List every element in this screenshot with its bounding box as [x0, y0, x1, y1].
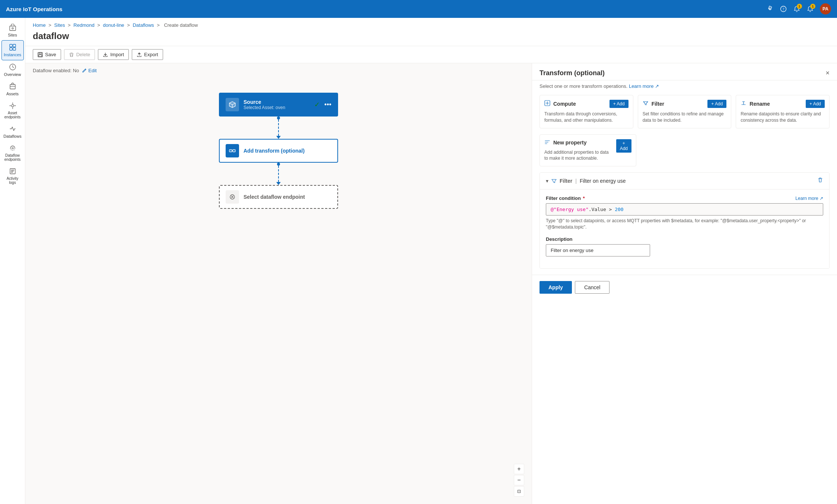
filter-delete-button[interactable]: [817, 177, 823, 185]
compute-icon: [544, 100, 550, 108]
transform-node[interactable]: Add transform (optional): [219, 139, 338, 163]
dataflow-status: Dataflow enabled: No: [33, 68, 79, 73]
source-node[interactable]: Source Selected Asset: oven ✓ •••: [219, 93, 338, 117]
user-avatar[interactable]: PA: [820, 3, 831, 15]
compute-add-button[interactable]: + Add: [610, 100, 628, 108]
filter-header-left: ▾ Filter | Filter on energy use: [546, 178, 626, 184]
topbar: Azure IoT Operations ? 1: [0, 0, 837, 18]
source-node-icon: [226, 98, 239, 111]
connector-dot-2: [277, 163, 280, 166]
panel-scroll[interactable]: Select one or more transform operations.…: [532, 80, 837, 504]
sidebar-item-dataflows[interactable]: Dataflows: [1, 122, 24, 141]
transform-icon: [229, 147, 236, 154]
canvas-header: Dataflow enabled: No Edit: [25, 63, 532, 78]
filter-condition-row: Filter condition * Learn more ↗: [546, 195, 823, 230]
cube-icon: [229, 101, 236, 108]
save-button[interactable]: Save: [33, 49, 61, 60]
sidebar: Sites Instances Overview: [0, 18, 25, 504]
pencil-icon: [82, 68, 87, 73]
breadcrumb-home[interactable]: Home: [33, 22, 46, 28]
svg-rect-8: [13, 48, 16, 50]
import-icon: [103, 52, 108, 57]
filter-chevron-icon[interactable]: ▾: [546, 178, 548, 184]
source-node-text: Source Selected Asset: oven: [244, 99, 310, 110]
endpoint-node-title: Select dataflow endpoint: [244, 194, 331, 200]
new-property-add-button[interactable]: + Add: [616, 139, 631, 153]
rename-card-header: Rename + Add: [741, 100, 825, 108]
notification-icon[interactable]: 1: [793, 5, 801, 13]
zoom-fit-button[interactable]: ⊡: [514, 486, 524, 497]
asset-endpoints-icon: [9, 102, 16, 109]
sidebar-item-activity-logs[interactable]: Activity logs: [1, 165, 24, 188]
topbar-icons: ? 1 1 PA: [766, 3, 831, 15]
sidebar-item-overview[interactable]: Overview: [1, 60, 24, 80]
sidebar-label-dataflows: Dataflows: [3, 134, 21, 138]
source-node-title: Source: [244, 99, 310, 105]
export-icon: [137, 52, 142, 57]
svg-text:?: ?: [783, 7, 785, 11]
alert-icon[interactable]: 1: [806, 5, 814, 13]
filter-section: ▾ Filter | Filter on energy use: [540, 172, 830, 269]
sidebar-item-instances[interactable]: Instances: [1, 40, 24, 60]
svg-rect-15: [39, 52, 41, 54]
export-button[interactable]: Export: [132, 49, 163, 60]
sidebar-label-dataflow-endpoints: Dataflow endpoints: [3, 153, 22, 162]
breadcrumb-sites[interactable]: Sites: [54, 22, 65, 28]
activity-logs-icon: [9, 168, 16, 175]
source-more-icon[interactable]: •••: [324, 101, 331, 109]
edit-button[interactable]: Edit: [82, 68, 96, 73]
filter-description-row: Description: [546, 236, 823, 256]
assets-icon: [9, 83, 16, 90]
breadcrumb-redmond[interactable]: Redmond: [73, 22, 94, 28]
sidebar-item-asset-endpoints[interactable]: Asset endpoints: [1, 99, 24, 122]
sidebar-label-asset-endpoints: Asset endpoints: [3, 111, 22, 119]
transform-cards: Compute + Add Transform data through con…: [532, 95, 837, 134]
filter-condition-label: Filter condition * Learn more ↗: [546, 195, 823, 201]
new-property-icon: [544, 139, 550, 146]
filter-section-icon: [551, 178, 557, 184]
zoom-in-button[interactable]: +: [514, 464, 524, 474]
breadcrumb-dataflows[interactable]: Dataflows: [133, 22, 154, 28]
rename-add-button[interactable]: + Add: [806, 100, 825, 108]
sidebar-item-assets[interactable]: Assets: [1, 80, 24, 99]
compute-card-header: Compute + Add: [544, 100, 628, 108]
flow-container: Source Selected Asset: oven ✓ •••: [25, 78, 532, 209]
breadcrumb-donut-line[interactable]: donut-line: [103, 22, 124, 28]
filter-card-title: Filter: [643, 100, 664, 108]
delete-button[interactable]: Delete: [64, 49, 95, 60]
panel-close-button[interactable]: ×: [825, 69, 830, 77]
sidebar-item-sites[interactable]: Sites: [1, 21, 24, 40]
filter-card: Filter + Add Set filter conditions to re…: [638, 95, 732, 128]
panel-header: Transform (optional) ×: [532, 63, 837, 80]
overview-icon: [9, 63, 16, 71]
required-star: *: [583, 195, 585, 201]
new-property-row: New property Add additional properties t…: [532, 134, 837, 173]
content-area: Home > Sites > Redmond > donut-line > Da…: [25, 18, 837, 504]
source-node-subtitle: Selected Asset: oven: [244, 105, 310, 110]
sidebar-label-overview: Overview: [4, 72, 21, 77]
filter-condition-input[interactable]: @"Energy use".Value > 200: [546, 203, 823, 216]
svg-rect-7: [10, 48, 12, 50]
cancel-button[interactable]: Cancel: [575, 281, 610, 294]
settings-icon[interactable]: [766, 5, 774, 13]
connector-line-2: [278, 166, 279, 182]
sidebar-label-instances: Instances: [4, 52, 21, 57]
rename-icon: [741, 100, 747, 108]
learn-more-link[interactable]: Learn more ↗: [629, 83, 659, 89]
sidebar-item-dataflow-endpoints[interactable]: Dataflow endpoints: [1, 141, 24, 165]
page-title: dataflow: [25, 29, 837, 46]
canvas-area: Dataflow enabled: No Edit: [25, 63, 532, 504]
zoom-out-button[interactable]: −: [514, 475, 524, 485]
svg-point-12: [12, 147, 13, 149]
filter-add-button[interactable]: + Add: [707, 100, 726, 108]
endpoint-node[interactable]: Select dataflow endpoint: [219, 185, 338, 209]
alert-badge: 1: [810, 4, 815, 9]
svg-rect-10: [10, 84, 15, 89]
filter-description-input[interactable]: [546, 244, 650, 256]
dataflows-icon: [9, 125, 16, 133]
help-icon[interactable]: ?: [780, 5, 787, 13]
apply-button[interactable]: Apply: [540, 281, 572, 294]
import-button[interactable]: Import: [98, 49, 129, 60]
filter-learn-more[interactable]: Learn more ↗: [795, 196, 823, 201]
breadcrumb: Home > Sites > Redmond > donut-line > Da…: [25, 18, 837, 29]
